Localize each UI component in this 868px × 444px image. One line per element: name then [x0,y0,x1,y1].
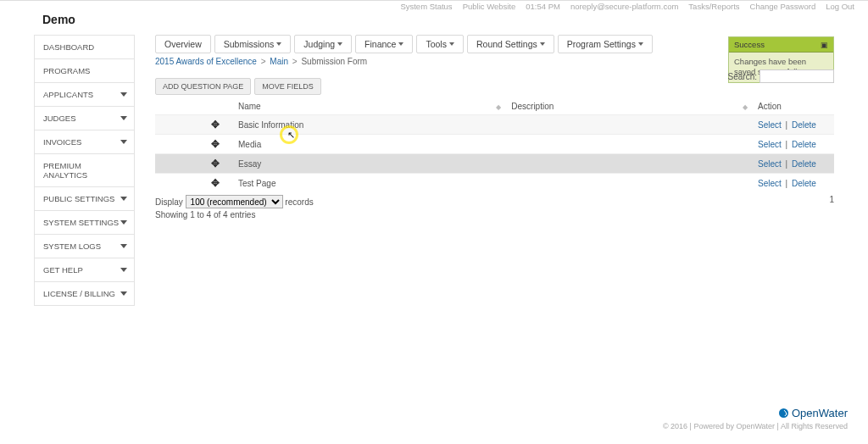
tab-overview[interactable]: Overview [155,35,211,53]
sidebar-item-label: APPLICANTS [43,90,93,99]
row-name: Basic Information [233,115,506,135]
select-link[interactable]: Select [758,140,782,149]
tab-finance[interactable]: Finance [355,35,413,53]
sidebar-item-premium-analytics[interactable]: PREMIUM ANALYTICS [35,153,134,186]
sidebar: DASHBOARDPROGRAMSAPPLICANTSJUDGESINVOICE… [34,35,135,306]
chevron-down-icon [120,220,127,225]
display-pre: Display [155,197,183,207]
chevron-down-icon [276,42,281,46]
chevron-down-icon [120,92,127,97]
sidebar-item-label: LICENSE / BILLING [43,289,115,298]
sidebar-item-invoices[interactable]: INVOICES [35,130,134,153]
sidebar-item-label: INVOICES [43,137,81,147]
footer-copyright: © 2016 | Powered by OpenWater | All Righ… [0,422,848,430]
row-description [506,174,753,193]
sidebar-item-judges[interactable]: JUDGES [35,106,134,130]
header-link[interactable]: Tasks/Reports [688,2,739,11]
sidebar-item-label: JUDGES [43,114,76,123]
breadcrumb-program[interactable]: 2015 Awards of Excellence [155,57,257,66]
display-post: records [285,197,313,207]
column-action: Action [753,98,834,115]
pages-table-body: ✥Basic InformationSelect | Delete✥MediaS… [155,115,834,193]
move-fields-button[interactable]: MOVE FIELDS [254,78,321,95]
search-input[interactable] [760,69,834,83]
header-link[interactable]: 01:54 PM [526,2,560,11]
openwater-logo-icon [779,408,788,418]
delete-link[interactable]: Delete [792,120,816,130]
sidebar-item-license-billing[interactable]: LICENSE / BILLING [35,281,134,305]
sidebar-item-programs[interactable]: PROGRAMS [35,58,134,82]
row-name: Test Page [233,174,506,193]
delete-link[interactable]: Delete [792,179,816,188]
header-link[interactable]: noreply@secure-platform.com [570,2,678,11]
sidebar-item-label: PREMIUM ANALYTICS [43,161,127,180]
move-icon[interactable]: ✥ [211,158,220,169]
table-row[interactable]: ✥Basic InformationSelect | Delete [155,115,834,135]
select-link[interactable]: Select [758,159,782,169]
row-name: Essay [233,154,506,174]
chevron-down-icon [120,291,127,296]
row-name: Media [233,135,506,154]
chevron-down-icon [337,42,342,46]
sidebar-item-label: DASHBOARD [43,42,94,52]
move-icon[interactable]: ✥ [211,138,220,150]
sort-icon: ◆ [741,103,748,111]
top-header: System StatusPublic Website01:54 PMnorep… [390,2,854,11]
column-name[interactable]: Name [233,98,489,115]
chevron-down-icon [638,42,643,46]
breadcrumb-current: Submission Form [301,57,367,66]
table-row[interactable]: ✥Test PageSelect | Delete [155,174,834,193]
showing-text: Showing 1 to 4 of 4 entries [155,210,834,219]
page-number: 1 [829,195,834,204]
move-icon[interactable]: ✥ [211,177,220,189]
breadcrumb-main[interactable]: Main [270,57,288,66]
notification-title: Success [734,40,765,49]
select-link[interactable]: Select [758,179,782,188]
search-label: Search: [728,72,757,81]
chevron-down-icon [120,197,127,201]
tab-program-settings[interactable]: Program Settings [558,35,653,53]
chevron-down-icon [449,42,454,46]
select-link[interactable]: Select [758,120,782,130]
delete-link[interactable]: Delete [792,140,816,149]
sidebar-item-label: PUBLIC SETTINGS [43,194,114,203]
add-question-page-button[interactable]: ADD QUESTION PAGE [155,78,251,95]
sidebar-item-label: SYSTEM SETTINGS [43,218,119,227]
chevron-down-icon [540,42,545,46]
chevron-down-icon [398,42,403,46]
table-row[interactable]: ✥MediaSelect | Delete [155,135,834,154]
sidebar-item-system-settings[interactable]: SYSTEM SETTINGS [35,210,134,234]
sidebar-item-system-logs[interactable]: SYSTEM LOGS [35,234,134,258]
column-description[interactable]: Description [506,98,736,115]
row-description [506,115,753,135]
chevron-down-icon [120,140,127,144]
sidebar-item-public-settings[interactable]: PUBLIC SETTINGS [35,186,134,210]
delete-link[interactable]: Delete [792,159,816,169]
sidebar-item-applicants[interactable]: APPLICANTS [35,82,134,106]
row-description [506,154,753,174]
notification-close-icon[interactable]: ▣ [821,41,828,49]
row-description [506,135,753,154]
tab-submissions[interactable]: Submissions [214,35,292,53]
header-link[interactable]: Log Out [826,2,854,11]
move-icon[interactable]: ✥ [211,119,220,130]
footer: OpenWater © 2016 | Powered by OpenWater … [0,407,868,430]
header-link[interactable]: Change Password [750,2,816,11]
sort-icon: ◆ [494,103,501,111]
tab-judging[interactable]: Judging [294,35,352,53]
header-link[interactable]: System Status [400,2,452,11]
chevron-down-icon [120,244,127,248]
sidebar-item-dashboard[interactable]: DASHBOARD [35,35,134,58]
sidebar-item-get-help[interactable]: GET HELP [35,258,134,281]
table-row[interactable]: ✥EssaySelect | Delete [155,154,834,174]
sidebar-item-label: GET HELP [43,265,83,275]
sidebar-item-label: SYSTEM LOGS [43,241,101,251]
display-select[interactable]: 100 (recommended) [186,195,283,208]
sidebar-item-label: PROGRAMS [43,66,90,75]
tab-tools[interactable]: Tools [416,35,464,53]
chevron-down-icon [120,116,127,120]
pages-table: Name ◆ Description ◆ Action ✥Basic Infor… [155,98,834,192]
tab-round-settings[interactable]: Round Settings [467,35,554,53]
footer-brand: OpenWater [792,407,848,419]
header-link[interactable]: Public Website [463,2,516,11]
